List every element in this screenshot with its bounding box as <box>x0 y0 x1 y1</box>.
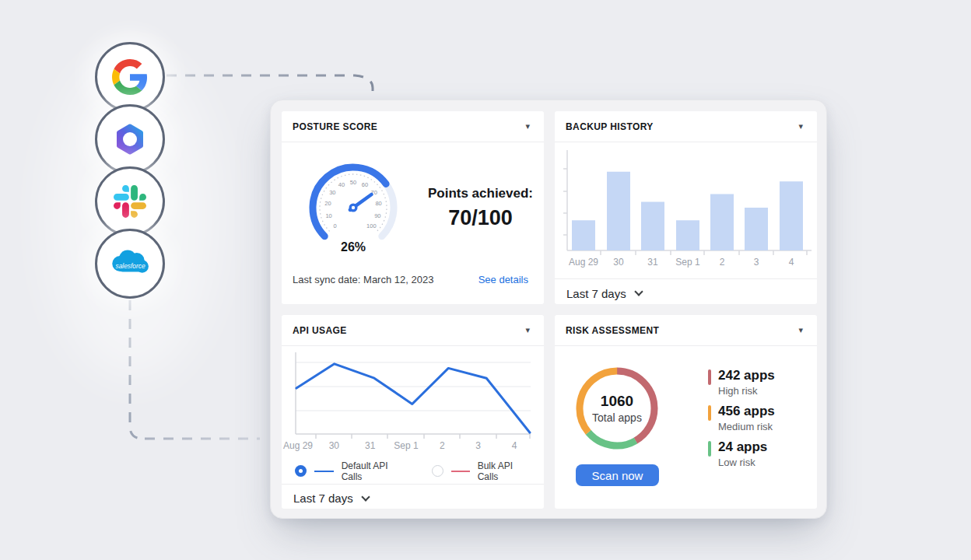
slack-icon <box>114 185 146 218</box>
panel-title: RISK ASSESSMENT <box>566 325 659 336</box>
risk-stat-label: Low risk <box>718 457 767 468</box>
x-tick-label: 30 <box>613 257 624 268</box>
risk-stat-text: 456 appsMedium risk <box>718 404 775 432</box>
risk-stat-label: Medium risk <box>718 421 775 432</box>
points-achieved-value: 70/100 <box>417 206 544 230</box>
line-series-default-api-calls <box>296 364 530 432</box>
gauge-hub-center <box>352 206 355 209</box>
risk-stat-value: 456 apps <box>718 404 775 419</box>
caret-down-icon[interactable]: ▾ <box>525 326 530 334</box>
gauge-tick-label: 20 <box>324 200 331 207</box>
risk-stat-high-risk: 242 appsHigh risk <box>708 368 775 397</box>
gauge-tick-label: 60 <box>362 181 368 188</box>
scan-now-button[interactable]: Scan now <box>576 464 659 486</box>
radio-selected-icon[interactable] <box>295 465 307 477</box>
range-label: Last 7 days <box>566 287 626 300</box>
caret-down-icon[interactable]: ▾ <box>798 326 803 334</box>
risk-stat-medium-risk: 456 appsMedium risk <box>708 404 775 432</box>
posture-gauge-wrap: 0102030405060708090100 26% <box>289 158 417 254</box>
last-sync-date: Last sync date: March 12, 2023 <box>293 274 433 285</box>
gauge-arc <box>382 184 394 236</box>
legend-label: Bulk API Calls <box>478 460 531 482</box>
x-tick-label: 30 <box>329 440 340 451</box>
panel-backup-history: BACKUP HISTORY ▾ Aug 293031Sep 1234 Last… <box>555 111 817 304</box>
radio-dot <box>299 469 303 473</box>
posture-footer: Last sync date: March 12, 2023 See detai… <box>293 274 528 285</box>
gauge-tick-label: 0 <box>334 222 337 229</box>
backup-chart: Aug 293031Sep 1234 <box>555 142 817 275</box>
backup-range-selector[interactable]: Last 7 days <box>555 278 817 304</box>
page: { "background_color": "#ecedf1", "integr… <box>0 0 971 560</box>
api-chart-area: Aug 293031Sep 1234 <box>282 346 544 458</box>
chevron-down-icon <box>361 492 370 501</box>
posture-score-header: POSTURE SCORE ▾ <box>282 111 544 142</box>
gauge-tick-label: 90 <box>374 212 380 219</box>
caret-down-icon[interactable]: ▾ <box>525 122 530 131</box>
microsoft-365-icon <box>111 121 149 158</box>
x-tick-label: Aug 29 <box>569 257 598 268</box>
x-tick-label: 4 <box>512 440 517 451</box>
panel-title: API USAGE <box>293 325 347 336</box>
x-tick-label: Aug 29 <box>283 440 313 451</box>
risk-stat-value: 24 apps <box>718 439 767 455</box>
bar-2 <box>710 194 734 251</box>
total-apps-value: 1060 <box>601 393 633 410</box>
api-legend: Default API CallsBulk API Calls <box>282 458 544 484</box>
range-label: Last 7 days <box>293 492 353 505</box>
x-tick-label: 3 <box>754 257 759 268</box>
x-tick-label: Sep 1 <box>675 257 700 268</box>
dashboard-card: POSTURE SCORE ▾ 0102030405060708090100 2… <box>270 100 827 519</box>
backup-chart-area: Aug 293031Sep 1234 <box>555 142 817 278</box>
legend-line-swatch <box>451 471 470 472</box>
google-icon <box>112 59 148 95</box>
risk-body: 1060 Total apps Scan now 242 appsHigh ri… <box>555 346 817 509</box>
panel-api-usage: API USAGE ▾ Aug 293031Sep 1234 Default A… <box>282 315 544 509</box>
panel-title: POSTURE SCORE <box>293 121 377 132</box>
risk-color-bar <box>708 405 711 421</box>
bar-3 <box>745 208 768 250</box>
bar-30 <box>607 172 630 250</box>
x-tick-label: 31 <box>365 440 376 451</box>
panel-posture-score: POSTURE SCORE ▾ 0102030405060708090100 2… <box>282 111 544 304</box>
salesforce-icon: salesforce <box>108 247 152 280</box>
gauge-tick-label: 50 <box>350 179 356 186</box>
risk-stat-low-risk: 24 appsLow risk <box>708 439 775 468</box>
x-tick-label: 2 <box>440 440 445 451</box>
gauge-tick-label: 80 <box>375 200 381 207</box>
donut-center: 1060 Total apps <box>570 362 664 455</box>
risk-stat-text: 24 appsLow risk <box>718 439 767 468</box>
slack-integration-badge <box>95 166 165 236</box>
gauge-tick-label: 100 <box>366 222 377 229</box>
salesforce-wordmark: salesforce <box>115 262 145 270</box>
radio-unselected-icon[interactable] <box>432 465 443 477</box>
points-achieved-label: Points achieved: <box>417 186 544 201</box>
api-range-selector[interactable]: Last 7 days <box>282 484 544 509</box>
bar-Aug 29 <box>572 220 595 250</box>
risk-color-bar <box>708 441 711 457</box>
total-apps-label: Total apps <box>592 411 642 424</box>
risk-color-bar <box>708 369 711 385</box>
panel-title: BACKUP HISTORY <box>566 121 654 132</box>
salesforce-integration-badge: salesforce <box>95 229 165 299</box>
x-tick-label: 2 <box>720 257 725 268</box>
api-usage-header: API USAGE ▾ <box>282 315 544 346</box>
risk-stat-value: 242 apps <box>718 368 775 383</box>
risk-donut-wrap: 1060 Total apps <box>570 362 664 455</box>
bar-31 <box>641 202 664 251</box>
gauge-tick-label: 30 <box>329 189 335 196</box>
posture-gauge: 0102030405060708090100 <box>299 158 408 248</box>
chevron-down-icon <box>634 287 643 296</box>
backup-history-header: BACKUP HISTORY ▾ <box>555 111 817 142</box>
x-tick-label: 4 <box>789 257 794 268</box>
gauge-tick-label: 10 <box>325 212 331 219</box>
panel-risk-assessment: RISK ASSESSMENT ▾ 1060 Total apps Scan n… <box>555 315 817 509</box>
bar-Sep 1 <box>676 220 699 250</box>
google-integration-badge <box>95 42 165 112</box>
legend-item-selected: Default API Calls <box>295 460 408 482</box>
x-tick-label: 3 <box>475 440 481 451</box>
gauge-tick-label: 40 <box>338 181 345 188</box>
caret-down-icon[interactable]: ▾ <box>798 122 803 131</box>
legend-label: Default API Calls <box>342 460 408 482</box>
legend-line-swatch <box>314 471 334 472</box>
see-details-link[interactable]: See details <box>478 274 528 285</box>
